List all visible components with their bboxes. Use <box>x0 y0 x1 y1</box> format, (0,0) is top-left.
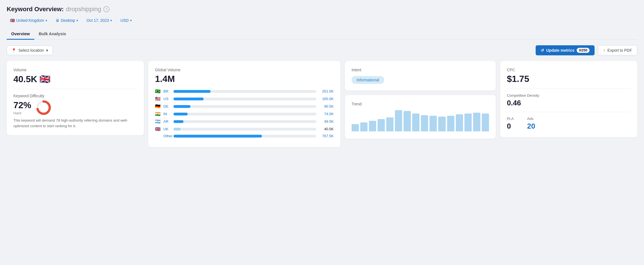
country-value: 49.5K <box>319 119 334 124</box>
cpc-divider <box>507 89 631 89</box>
country-code: US <box>163 97 171 101</box>
country-flag-icon: 🇮🇳 <box>155 111 161 117</box>
currency-filter-label: USD <box>120 18 129 23</box>
difficulty-percent: 72% <box>13 100 31 110</box>
uk-flag-icon: 🇬🇧 <box>10 18 15 23</box>
date-filter[interactable]: Oct 17, 2023 ▾ <box>83 17 115 24</box>
country-bar-fill <box>173 128 181 131</box>
ads-label: Ads <box>527 117 535 121</box>
cards-row: Volume 40.5K 🇬🇧 Keyword Difficulty 72% H… <box>7 61 637 147</box>
pla-value: 0 <box>507 122 514 131</box>
country-bar-fill <box>173 98 203 100</box>
page-title-bold: Keyword Overview: <box>7 6 64 13</box>
country-code: AR <box>163 119 171 124</box>
export-button[interactable]: ↑ Export to PDF <box>598 45 637 55</box>
difficulty-donut-chart <box>36 100 51 115</box>
trend-bar-item <box>464 113 472 131</box>
trend-bar-item <box>430 116 437 131</box>
desktop-icon: 🖥 <box>56 18 59 23</box>
trend-label: Trend <box>352 102 489 106</box>
update-metrics-button[interactable]: ↺ Update metrics 0/250 <box>536 45 595 55</box>
trend-bar-item <box>482 113 489 131</box>
pla-ads-row: PLA 0 Ads 20 <box>507 117 631 131</box>
update-metrics-badge: 0/250 <box>577 48 590 53</box>
trend-bar-item <box>404 111 411 131</box>
tab-overview[interactable]: Overview <box>7 29 34 40</box>
update-metrics-label: Update metrics <box>546 48 574 53</box>
country-bar-fill <box>173 105 190 108</box>
trend-bar-item <box>378 119 385 131</box>
country-flag-icon: 🇬🇧 <box>155 126 161 132</box>
country-code: IN <box>163 112 171 116</box>
device-filter[interactable]: 🖥 Desktop ▾ <box>52 17 82 24</box>
trend-bars <box>352 110 489 132</box>
page-title-keyword: dropshipping <box>66 6 101 13</box>
intent-card: Intent Informational <box>345 61 496 91</box>
country-value: 74.0K <box>319 112 334 116</box>
country-row: 🇩🇪DE90.5K <box>155 104 334 109</box>
country-bar-fill <box>173 90 211 93</box>
difficulty-level: Hard <box>13 111 31 115</box>
difficulty-label: Keyword Difficulty <box>13 94 137 98</box>
country-code: Other <box>163 134 171 138</box>
device-chevron-icon: ▾ <box>77 19 78 22</box>
currency-chevron-icon: ▾ <box>130 19 132 22</box>
country-flag-icon: 🇦🇷 <box>155 119 161 124</box>
country-list: 🇧🇷BR201.0K🇺🇸US165.0K🇩🇪DE90.5K🇮🇳IN74.0K🇦🇷… <box>155 89 334 138</box>
country-row: 🇮🇳IN74.0K <box>155 111 334 117</box>
select-location-label: Select location <box>18 48 44 53</box>
country-flag-icon: 🇧🇷 <box>155 89 161 94</box>
volume-difficulty-card: Volume 40.5K 🇬🇧 Keyword Difficulty 72% H… <box>7 61 144 135</box>
toolbar-right: ↺ Update metrics 0/250 ↑ Export to PDF <box>536 45 637 55</box>
ads-group: Ads 20 <box>527 117 535 131</box>
toolbar-row: 📍 Select location ▾ ↺ Update metrics 0/2… <box>7 45 637 55</box>
export-label: Export to PDF <box>607 48 632 53</box>
select-location-button[interactable]: 📍 Select location ▾ <box>7 46 53 55</box>
difficulty-text-group: 72% Hard <box>13 100 31 115</box>
country-bar-fill <box>173 135 262 138</box>
volume-divider <box>13 89 137 89</box>
tab-bulk-analysis[interactable]: Bulk Analysis <box>34 29 71 40</box>
competitive-density-label: Competitive Density <box>507 93 631 98</box>
trend-bar-item <box>473 113 480 131</box>
global-volume-label: Global Volume <box>155 68 334 72</box>
country-row: 🇺🇸US165.0K <box>155 96 334 101</box>
trend-bar-item <box>369 121 376 131</box>
country-bar <box>173 90 316 93</box>
comp-divider <box>507 112 631 112</box>
trend-bar-item <box>360 122 368 131</box>
country-chevron-icon: ▾ <box>46 19 47 22</box>
country-bar <box>173 105 316 108</box>
date-filter-label: Oct 17, 2023 <box>87 18 109 23</box>
cpc-label: CPC <box>507 68 631 72</box>
intent-badge: Informational <box>352 76 384 84</box>
refresh-icon: ↺ <box>541 48 544 53</box>
trend-bar-item <box>412 113 419 131</box>
volume-flag-icon: 🇬🇧 <box>39 74 51 84</box>
country-bar <box>173 113 316 115</box>
select-location-chevron-icon: ▾ <box>46 48 48 53</box>
country-value: 90.5K <box>319 104 334 108</box>
currency-filter[interactable]: USD ▾ <box>117 17 135 24</box>
country-filter[interactable]: 🇬🇧 United Kingdom ▾ <box>7 17 51 24</box>
country-bar <box>173 120 316 123</box>
trend-bar-item <box>447 116 454 131</box>
country-row: 🇧🇷BR201.0K <box>155 89 334 94</box>
add-keyword-icon[interactable]: + <box>103 6 109 12</box>
filters-row: 🇬🇧 United Kingdom ▾ 🖥 Desktop ▾ Oct 17, … <box>7 17 637 24</box>
country-bar <box>173 135 316 138</box>
country-code: BR <box>163 89 171 93</box>
country-value: 767.5K <box>319 134 334 138</box>
trend-bar-item <box>386 117 393 131</box>
global-volume-value: 1.4M <box>155 74 334 84</box>
trend-bar-item <box>352 124 359 131</box>
date-chevron-icon: ▾ <box>110 19 112 22</box>
location-pin-icon: 📍 <box>11 48 16 53</box>
country-bar-fill <box>173 120 183 123</box>
volume-label: Volume <box>13 68 137 72</box>
country-code: DE <box>163 104 171 108</box>
intent-label: Intent <box>352 68 489 72</box>
country-flag-icon: 🇺🇸 <box>155 96 161 101</box>
trend-card: Trend <box>345 95 496 139</box>
country-row: Other767.5K <box>155 134 334 138</box>
